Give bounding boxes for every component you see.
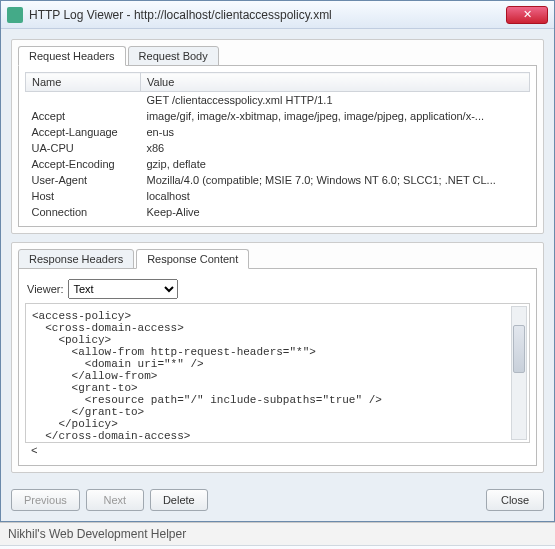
header-value: en-us [141, 124, 530, 140]
table-row[interactable]: Accept-Languageen-us [26, 124, 530, 140]
close-button[interactable]: Close [486, 489, 544, 511]
header-value: x86 [141, 140, 530, 156]
response-content-text[interactable]: <access-policy> <cross-domain-access> <p… [25, 303, 530, 443]
viewer-row: Viewer: Text [25, 275, 530, 303]
table-row[interactable]: User-AgentMozilla/4.0 (compatible; MSIE … [26, 172, 530, 188]
request-headers-body: Name Value GET /clientaccesspolicy.xml H… [18, 65, 537, 227]
tab-request-headers[interactable]: Request Headers [18, 46, 126, 66]
header-value: GET /clientaccesspolicy.xml HTTP/1.1 [141, 92, 530, 109]
dialog-body: Request Headers Request Body Name Value … [1, 29, 554, 521]
response-tabs: Response Headers Response Content [18, 249, 537, 269]
header-name: Host [26, 188, 141, 204]
col-value-header[interactable]: Value [141, 73, 530, 92]
scroll-arrow-left[interactable]: < [25, 443, 530, 459]
dialog-window: HTTP Log Viewer - http://localhost/clien… [0, 0, 555, 522]
header-value: localhost [141, 188, 530, 204]
header-name: Accept-Encoding [26, 156, 141, 172]
window-title: HTTP Log Viewer - http://localhost/clien… [29, 8, 506, 22]
response-text: <access-policy> <cross-domain-access> <p… [32, 310, 382, 442]
header-name: Accept-Language [26, 124, 141, 140]
viewer-label: Viewer: [27, 283, 63, 295]
tab-response-headers[interactable]: Response Headers [18, 249, 134, 269]
table-row[interactable]: Hostlocalhost [26, 188, 530, 204]
scrollbar[interactable] [511, 306, 527, 440]
window-close-button[interactable]: ✕ [506, 6, 548, 24]
header-value: Mozilla/4.0 (compatible; MSIE 7.0; Windo… [141, 172, 530, 188]
tab-response-content[interactable]: Response Content [136, 249, 249, 269]
table-row[interactable]: Acceptimage/gif, image/x-xbitmap, image/… [26, 108, 530, 124]
previous-button[interactable]: Previous [11, 489, 80, 511]
header-name: User-Agent [26, 172, 141, 188]
header-value: image/gif, image/x-xbitmap, image/jpeg, … [141, 108, 530, 124]
table-row[interactable]: ConnectionKeep-Alive [26, 204, 530, 220]
app-icon [7, 7, 23, 23]
button-row: Previous Next Delete Close [11, 481, 544, 511]
request-tabs: Request Headers Request Body [18, 46, 537, 66]
table-row[interactable]: Accept-Encodinggzip, deflate [26, 156, 530, 172]
header-name: Connection [26, 204, 141, 220]
helper-title: Nikhil's Web Development Helper [0, 523, 555, 545]
header-name: Accept [26, 108, 141, 124]
header-value: Keep-Alive [141, 204, 530, 220]
header-value: gzip, deflate [141, 156, 530, 172]
titlebar[interactable]: HTTP Log Viewer - http://localhost/clien… [1, 1, 554, 29]
response-panel: Response Headers Response Content Viewer… [11, 242, 544, 473]
delete-button[interactable]: Delete [150, 489, 208, 511]
table-row[interactable]: GET /clientaccesspolicy.xml HTTP/1.1 [26, 92, 530, 109]
next-button[interactable]: Next [86, 489, 144, 511]
table-row[interactable]: UA-CPUx86 [26, 140, 530, 156]
response-content-body: Viewer: Text <access-policy> <cross-doma… [18, 268, 537, 466]
scroll-thumb[interactable] [513, 325, 525, 373]
viewer-select[interactable]: Text [68, 279, 178, 299]
header-name: UA-CPU [26, 140, 141, 156]
request-panel: Request Headers Request Body Name Value … [11, 39, 544, 234]
tab-request-body[interactable]: Request Body [128, 46, 219, 66]
request-headers-table: Name Value GET /clientaccesspolicy.xml H… [25, 72, 530, 220]
helper-panel: Nikhil's Web Development Helper Tools Pa… [0, 522, 555, 549]
header-name [26, 92, 141, 109]
helper-toolbar: Tools Page Script HTTP ASP.NET Console: … [0, 545, 555, 549]
col-name-header[interactable]: Name [26, 73, 141, 92]
